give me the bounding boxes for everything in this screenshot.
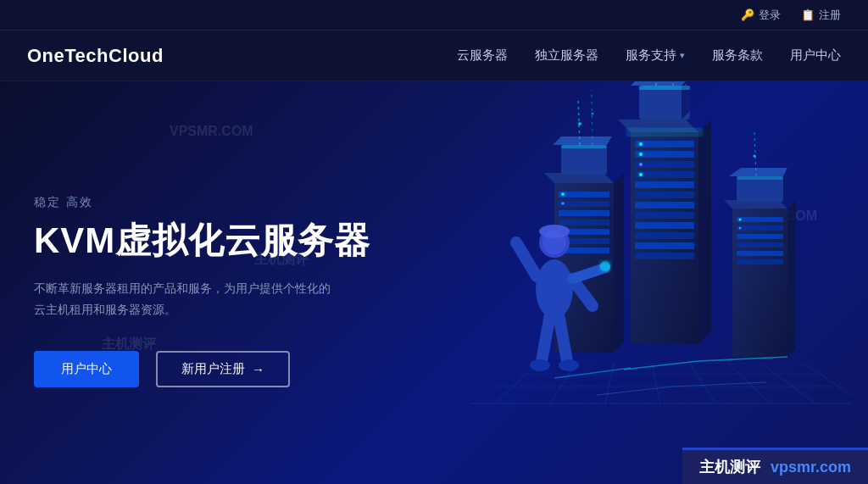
top-bar: 🔑 登录 📋 注册 [0, 0, 868, 31]
svg-point-92 [559, 359, 579, 371]
nav-cloud-server[interactable]: 云服务器 [457, 47, 508, 64]
svg-point-27 [639, 142, 643, 146]
hero-description: 不断革新服务器租用的产品和服务，为用户提供个性化的云主机租用和服务器资源。 [34, 278, 339, 320]
svg-rect-76 [737, 176, 783, 180]
svg-line-90 [559, 314, 567, 361]
svg-rect-47 [559, 210, 609, 216]
svg-point-85 [536, 259, 573, 319]
nav-user-center[interactable]: 用户中心 [790, 47, 841, 64]
svg-marker-64 [787, 200, 796, 357]
svg-rect-35 [639, 86, 690, 90]
svg-rect-62 [732, 209, 787, 357]
svg-rect-25 [635, 242, 694, 249]
svg-point-72 [739, 227, 742, 230]
svg-line-89 [542, 314, 550, 361]
register-new-user-button[interactable]: 新用户注册 → [156, 351, 290, 387]
badge-title: 主机测评 [699, 457, 760, 477]
svg-line-81 [698, 357, 787, 361]
hero-title: KVM虚拟化云服务器 [34, 220, 370, 261]
svg-point-60 [578, 122, 581, 125]
login-icon: 🔑 [741, 8, 754, 21]
hero-buttons: 用户中心 新用户注册 → [34, 351, 370, 387]
svg-point-29 [639, 163, 643, 166]
nav-support[interactable]: 服务支持 ▾ [626, 47, 685, 64]
svg-rect-22 [635, 212, 694, 219]
svg-rect-15 [635, 141, 694, 147]
svg-rect-21 [635, 202, 694, 209]
svg-rect-18 [635, 171, 694, 178]
footer-badge: 主机测评 vpsmr.com [682, 448, 868, 484]
svg-line-10 [762, 364, 815, 403]
hero-content: 稳定 高效 KVM虚拟化云服务器 不断革新服务器租用的产品和服务，为用户提供个性… [0, 178, 370, 388]
svg-line-79 [624, 361, 698, 370]
svg-rect-73 [737, 176, 783, 202]
svg-rect-57 [561, 145, 607, 148]
svg-rect-70 [737, 259, 783, 264]
svg-point-95 [600, 261, 610, 271]
svg-rect-65 [737, 217, 783, 222]
nav-terms[interactable]: 服务条款 [712, 47, 763, 64]
svg-rect-26 [635, 253, 694, 259]
svg-point-94 [542, 231, 566, 254]
svg-line-83 [673, 382, 766, 387]
svg-rect-68 [737, 242, 783, 248]
svg-rect-23 [635, 222, 694, 229]
svg-rect-24 [635, 232, 694, 239]
chevron-down-icon: ▾ [680, 50, 685, 61]
svg-rect-46 [559, 201, 609, 207]
svg-rect-16 [635, 151, 694, 158]
svg-rect-48 [559, 220, 609, 225]
site-logo[interactable]: OneTechCloud [27, 45, 164, 67]
svg-point-53 [561, 202, 565, 205]
svg-rect-66 [737, 225, 783, 231]
svg-point-30 [639, 173, 643, 176]
svg-line-86 [516, 242, 537, 276]
svg-marker-14 [698, 120, 711, 344]
svg-rect-31 [626, 128, 703, 136]
svg-line-11 [804, 364, 851, 395]
server-illustration [376, 81, 868, 484]
svg-point-71 [739, 219, 742, 221]
svg-point-28 [639, 153, 643, 156]
svg-rect-69 [737, 251, 783, 256]
svg-marker-44 [614, 173, 624, 353]
svg-point-52 [561, 192, 565, 196]
svg-marker-55 [553, 136, 612, 145]
svg-point-91 [530, 359, 550, 371]
login-label: 登录 [759, 8, 781, 23]
svg-rect-67 [737, 234, 783, 239]
svg-rect-20 [635, 192, 694, 198]
svg-line-6 [605, 364, 614, 403]
svg-line-8 [690, 364, 715, 403]
nav-dedicated-server[interactable]: 独立服务器 [535, 47, 598, 64]
hero-tag: 稳定 高效 [34, 195, 370, 210]
svg-marker-33 [631, 81, 690, 86]
nav-links: 云服务器 独立服务器 服务支持 ▾ 服务条款 用户中心 [457, 47, 841, 64]
register-icon: 📋 [801, 8, 815, 21]
register-label: 注册 [819, 8, 841, 23]
svg-rect-45 [559, 192, 609, 197]
svg-rect-19 [635, 181, 694, 188]
svg-rect-17 [635, 161, 694, 168]
svg-marker-74 [729, 168, 787, 176]
svg-rect-54 [561, 145, 607, 175]
arrow-icon: → [252, 362, 264, 376]
badge-url: vpsmr.com [771, 459, 851, 476]
server-svg [427, 81, 868, 446]
navbar: OneTechCloud 云服务器 独立服务器 服务支持 ▾ 服务条款 用户中心 [0, 31, 868, 81]
svg-point-78 [754, 155, 756, 158]
svg-line-4 [495, 364, 537, 403]
svg-line-7 [652, 364, 660, 403]
svg-point-61 [592, 113, 594, 115]
watermark-1: VPSMR.COM [170, 124, 253, 139]
hero-section: VPSMR.COM 主机测评 VPSMR.COM 主机测评 稳定 高效 KVM虚… [0, 81, 868, 484]
login-button[interactable]: 🔑 登录 [741, 8, 781, 23]
register-button[interactable]: 📋 注册 [801, 8, 841, 23]
user-center-button[interactable]: 用户中心 [34, 351, 139, 387]
